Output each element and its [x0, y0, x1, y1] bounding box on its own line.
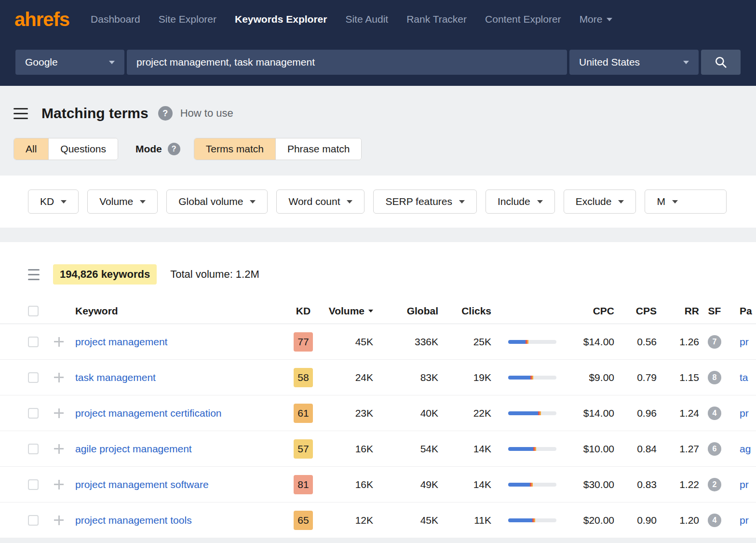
clicks-value: 25K — [438, 336, 491, 348]
select-all-checkbox[interactable] — [28, 306, 39, 316]
col-header-volume[interactable]: Volume — [318, 305, 373, 317]
filter-button-label: Global volume — [178, 196, 243, 207]
search-engine-select[interactable]: Google — [15, 50, 124, 75]
sf-cell: 6 — [699, 442, 730, 456]
row-checkbox[interactable] — [28, 372, 39, 383]
clicks-value: 14K — [438, 479, 491, 490]
col-header-cpc[interactable]: CPC — [556, 305, 614, 317]
filter-button[interactable]: M — [645, 190, 727, 214]
filter-button[interactable]: KD — [28, 190, 79, 214]
row-checkbox[interactable] — [28, 444, 39, 454]
row-checkbox[interactable] — [28, 408, 39, 419]
kd-badge: 61 — [294, 404, 313, 423]
filter-button[interactable]: Volume — [87, 190, 158, 214]
nav-item[interactable]: More — [580, 14, 613, 25]
keyword-link[interactable]: project management software — [75, 479, 289, 490]
tab[interactable]: Terms match — [194, 138, 276, 160]
nav-item[interactable]: Dashboard — [91, 14, 140, 25]
search-button[interactable] — [701, 50, 741, 75]
how-to-use-link[interactable]: How to use — [180, 107, 233, 120]
search-icon — [715, 56, 727, 68]
filter-button[interactable]: Exclude — [564, 190, 636, 214]
checkbox-cell — [28, 515, 40, 526]
serp-features-badge[interactable]: 4 — [708, 407, 721, 420]
serp-features-badge[interactable]: 7 — [708, 335, 721, 349]
add-to-list-icon[interactable] — [53, 407, 65, 419]
nav-item[interactable]: Keywords Explorer — [235, 14, 327, 25]
col-header-keyword[interactable]: Keyword — [75, 305, 289, 317]
sidebar-toggle-icon[interactable] — [14, 108, 28, 119]
parent-topic-link[interactable]: pr — [730, 407, 756, 419]
add-to-list-icon[interactable] — [53, 515, 65, 526]
tab[interactable]: Questions — [49, 138, 118, 160]
nav-item[interactable]: Rank Tracker — [406, 14, 467, 25]
list-menu-icon[interactable] — [28, 269, 40, 280]
serp-features-badge[interactable]: 8 — [708, 371, 721, 384]
col-header-parent-topic[interactable]: Pa — [730, 305, 756, 317]
kd-badge: 58 — [294, 368, 313, 387]
parent-topic-link[interactable]: pr — [730, 336, 756, 348]
clicks-bar-cell — [491, 376, 556, 380]
keyword-link[interactable]: project management tools — [75, 515, 289, 526]
nav-item[interactable]: Content Explorer — [485, 14, 561, 25]
rr-value: 1.20 — [657, 515, 699, 526]
mode-help-icon[interactable]: ? — [168, 143, 180, 155]
col-header-cps[interactable]: CPS — [614, 305, 657, 317]
filter-button-label: Word count — [288, 196, 340, 207]
nav-item[interactable]: Site Explorer — [159, 14, 216, 25]
tab[interactable]: All — [14, 138, 49, 160]
add-to-list-icon[interactable] — [53, 336, 65, 348]
row-checkbox[interactable] — [28, 479, 39, 490]
clicks-bar-cell — [491, 340, 556, 344]
keyword-link[interactable]: task management — [75, 372, 289, 383]
tabs-row: AllQuestions Mode ? Terms matchPhrase ma… — [0, 138, 756, 176]
kd-cell: 77 — [289, 332, 318, 352]
filter-button[interactable]: Include — [486, 190, 555, 214]
sf-cell: 2 — [699, 478, 730, 491]
keywords-count-badge: 194,826 keywords — [53, 264, 157, 285]
row-checkbox[interactable] — [28, 515, 39, 526]
global-volume-value: 83K — [373, 372, 438, 383]
nav-item-label: Site Explorer — [159, 14, 216, 25]
chevron-down-icon — [618, 200, 624, 204]
filter-button-label: Exclude — [576, 196, 612, 207]
chevron-down-icon — [109, 61, 115, 64]
sf-cell: 7 — [699, 335, 730, 349]
kd-badge: 65 — [294, 511, 313, 530]
serp-features-badge[interactable]: 6 — [708, 442, 721, 456]
col-header-rr[interactable]: RR — [657, 305, 699, 317]
keyword-link[interactable]: project management certification — [75, 407, 289, 419]
col-header-sf[interactable]: SF — [699, 305, 730, 317]
rr-value: 1.15 — [657, 372, 699, 383]
select-all-cell — [28, 306, 40, 316]
row-checkbox[interactable] — [28, 337, 39, 347]
nav-item[interactable]: Site Audit — [345, 14, 388, 25]
kd-cell: 57 — [289, 439, 318, 459]
rr-value: 1.27 — [657, 443, 699, 455]
clicks-value: 14K — [438, 443, 491, 455]
filter-button[interactable]: Global volume — [166, 190, 268, 214]
tab[interactable]: Phrase match — [276, 138, 362, 160]
country-select[interactable]: United States — [569, 50, 699, 75]
add-to-list-icon[interactable] — [53, 479, 65, 490]
parent-topic-link[interactable]: pr — [730, 479, 756, 490]
rr-value: 1.22 — [657, 479, 699, 490]
ahrefs-logo[interactable]: ahrefs — [14, 9, 69, 30]
col-header-global[interactable]: Global — [373, 305, 438, 317]
col-header-clicks[interactable]: Clicks — [438, 305, 491, 317]
serp-features-badge[interactable]: 4 — [708, 514, 721, 527]
col-header-kd[interactable]: KD — [289, 305, 318, 317]
keyword-link[interactable]: project management — [75, 336, 289, 348]
filter-button[interactable]: Word count — [276, 190, 364, 214]
filter-button[interactable]: SERP features — [373, 190, 477, 214]
keywords-query-input[interactable] — [127, 50, 567, 75]
parent-topic-link[interactable]: ag — [730, 443, 756, 455]
parent-topic-link[interactable]: ta — [730, 372, 756, 383]
keyword-link[interactable]: agile project management — [75, 443, 289, 455]
add-to-list-icon[interactable] — [53, 372, 65, 383]
help-icon[interactable]: ? — [158, 106, 173, 121]
add-to-list-icon[interactable] — [53, 443, 65, 455]
serp-features-badge[interactable]: 2 — [708, 478, 721, 491]
kd-badge: 81 — [294, 475, 313, 494]
parent-topic-link[interactable]: pr — [730, 515, 756, 526]
